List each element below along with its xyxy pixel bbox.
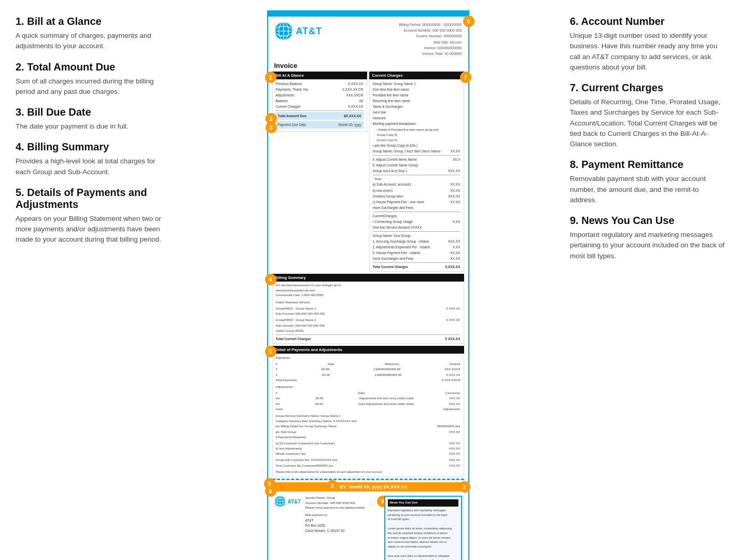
section7-title: 7. Current Charges: [570, 82, 725, 94]
section3-body: The date your payment is due in full.: [16, 121, 166, 132]
section2-title: 2. Total Amount Due: [16, 61, 166, 73]
section4-body: Provides a high-level look at total char…: [16, 156, 166, 177]
total-payments-label: Total Payments: [276, 377, 297, 383]
cc-footer2: b) one-more1XX.XX: [373, 188, 460, 193]
cc-footer4: c) House Payment Fee - one moreXX.XX: [373, 199, 460, 205]
cc-row2: One time line item name: [373, 87, 460, 92]
badge-1: 1: [265, 72, 276, 83]
stub-service-line: Service Name: Group: [305, 496, 380, 501]
bs-total-val: X XXX.XX: [445, 336, 460, 342]
att-logo-text: AT&T: [296, 26, 323, 37]
cc-divider4: [373, 231, 460, 232]
website-line: Web Site: att.com: [399, 39, 462, 45]
stub-account-line: Account Number: 000 000 0000 000: [305, 501, 380, 506]
account-number-line: Account Number: 000 000 0000 000: [399, 27, 462, 33]
pay-due-label: Payment Due Date: [278, 122, 306, 128]
cc-row5: Taxes & Surcharges: [373, 104, 460, 109]
total-amount-row: Total Amount Due $X,XXX.XX: [276, 112, 363, 120]
cc-footer1: a) Sub-Account: account1XX.XX: [373, 181, 460, 187]
section7-body: Details of Recurring, One Time, Prorated…: [570, 97, 725, 149]
detail-payments-body: Payments: # Date Reference Amount 1 00-0…: [272, 354, 464, 477]
payment-stub: 3 DUE BY: Month 00, yyyy $X,XXX.XX 2 8: [272, 479, 464, 560]
bs-group-note: And/or Business Service:: [276, 300, 460, 305]
due-bar-text: DUE BY: Month 00, yyyy $X,XXX.XX: [329, 484, 408, 489]
dp-group-label: Group Service Summary Name: Group Name 1: [276, 413, 460, 418]
badge-7: 7: [460, 72, 471, 83]
section1-title: 1. Bill at a Glance: [16, 16, 166, 27]
curr-charges-body: Group Name: Group Name 1 One time line i…: [369, 79, 464, 272]
stub-globe-icon: [274, 496, 286, 507]
cc-currcharges3: One line Service Amount XXXXX: [373, 225, 460, 230]
bs-divider: [276, 334, 460, 335]
billing-summary-section: 4 Billing Summary For demand assessment …: [272, 274, 464, 344]
pay-due-val: Month 00, yyyy: [339, 122, 361, 128]
detail-payments-section: 5 Detail of Payments and Adjustments Pay…: [272, 346, 464, 477]
stub-addr3: Carol Stream, IL 60197-62: [305, 528, 380, 534]
prev-bal-val: X,XXX.XX: [348, 81, 363, 87]
section5-title: 5. Details of Payments and Adjustments: [16, 187, 166, 211]
invoice-total-line: Invoice Total: 00 000000: [399, 51, 462, 57]
bill-header-bar: [268, 11, 468, 17]
section9-body: Important regulatory and marketing messa…: [570, 230, 725, 261]
cc-divider5: [373, 262, 460, 263]
section2-body: Sum of all charges incurred during the b…: [16, 76, 166, 97]
badge-6b: 6: [264, 478, 275, 489]
cc-row9: • per line Group Copy Id (Div.): [373, 143, 460, 148]
cc-group3: Group Name: Due Group:: [373, 233, 460, 239]
bal-label: Balance: [276, 98, 288, 104]
billing-summary-header: Billing Summary: [272, 274, 464, 282]
news-box: News You Can Use Important regulatory an…: [384, 496, 462, 560]
detail-payments-header: Detail of Payments and Adjustments: [272, 346, 464, 354]
cc-row6: mem line: [373, 109, 460, 115]
total-due-container: 2 Total Amount Due $X,XXX.XX: [276, 112, 363, 120]
badge-3b: 3: [327, 480, 338, 492]
bs-group1: Group#0001 - Group Name 1Sub-Account: 00…: [276, 306, 460, 316]
curr-label: Current Charges: [276, 104, 301, 109]
section8-title: 8. Payment Remittance: [570, 159, 725, 171]
payments-row: Payments, Thank You X,XXX.XX CR: [276, 87, 363, 92]
badge-6: 6: [463, 16, 474, 27]
section4-title: 4. Billing Summary: [16, 141, 166, 153]
dp-adj-label: Adjustments:: [276, 384, 460, 389]
stub-mailing-address: Mail payment to: AT&T PO Box 6250 Carol …: [305, 513, 380, 534]
bal-val: .00: [358, 98, 363, 104]
badge-4: 4: [265, 274, 276, 285]
dp-payments-label: Payments:: [276, 355, 460, 360]
prev-bal-label: Previous Balance: [276, 81, 302, 87]
cc-adj-row1: 4. Adjust Current Items NameXX.X: [373, 157, 460, 162]
due-date-container: 3 Payment Due Date Month 00, yyyy: [276, 121, 363, 129]
news-box-header: News You Can Use: [388, 499, 458, 507]
bs-group2: Group#0002 - Group Name 2Sub-Account: 00…: [276, 317, 460, 333]
payment-due-row: Payment Due Date Month 00, yyyy: [276, 121, 363, 129]
dp-footer: Please refer to the detail below for a d…: [276, 470, 460, 474]
section1-body: A quick summary of charges, payments and…: [16, 31, 166, 52]
cc-row8: Monthly payment breakdown:: [373, 121, 460, 127]
section6-body: Unique 13-digit number used to identify …: [570, 31, 725, 73]
invoice-title: Invoice: [268, 60, 468, 72]
total-curr-row: Total Current Charges X,XXX.XX: [373, 264, 460, 270]
badge-2b: 2: [459, 481, 470, 493]
att-globe-icon: [274, 22, 293, 40]
payments-label: Payments, Thank You: [276, 87, 309, 92]
balance-row: Balance .00: [276, 98, 363, 104]
total-amount-val: $X,XXX.XX: [344, 113, 361, 119]
badge-3: 3: [265, 122, 277, 133]
cc-footer5: more Surcharges and Fees: [373, 205, 460, 211]
cc-g3r4: more Surcharges and FeesXX.XX: [373, 256, 460, 261]
stub-phone-line: Please remit payment to the address belo…: [305, 506, 380, 511]
news-container: 9 News You Can Use Important regulatory …: [384, 496, 462, 560]
section6-title: 6. Account Number: [570, 16, 725, 27]
total-curr-label: Total Current Charges: [373, 264, 408, 270]
adj-label: Adjustments: [276, 92, 295, 98]
bill-glance-col: 1 Bill At A Glance Previous Balance X,XX…: [272, 72, 367, 272]
total-curr-val: X,XXX.XX: [445, 264, 460, 270]
bs-total-label: Total Current Charges: [276, 336, 311, 342]
section9-title: 9. News You Can Use: [570, 215, 725, 227]
bs-total-row: Total Current Charges X XXX.XX: [276, 336, 460, 342]
cc-currcharges2: • Connecting Group UsageX.XX: [373, 219, 460, 225]
current-charges-col: 7 Current Charges Group Name: Group Name…: [369, 72, 464, 272]
cc-adj-row3: Group Svcs Acct Dup 1XXX.XX: [373, 168, 460, 174]
curr-charges-header: Current Charges: [369, 72, 464, 79]
stub-due-bar: 3 DUE BY: Month 00, yyyy $X,XXX.XX 2: [272, 482, 464, 492]
att-logo: AT&T: [274, 22, 323, 40]
